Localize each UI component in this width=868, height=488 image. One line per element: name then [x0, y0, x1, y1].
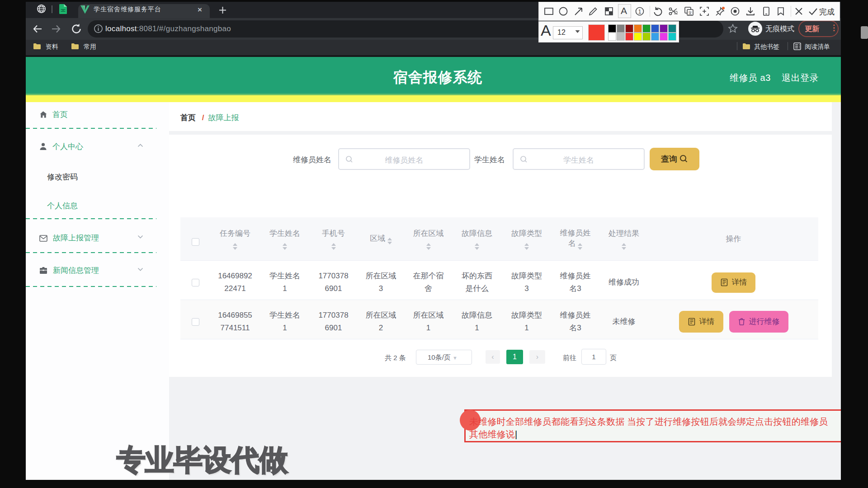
svg-text:1: 1 [638, 9, 642, 15]
svg-text:文: 文 [688, 11, 692, 15]
